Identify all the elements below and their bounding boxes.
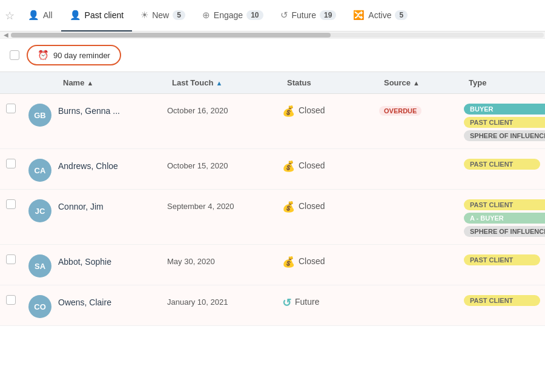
- contact-name[interactable]: Andrews, Chloe: [58, 156, 167, 171]
- status-text: Closed: [299, 256, 325, 266]
- th-last-touch-label: Last Touch: [172, 78, 213, 87]
- source-cell: [379, 252, 464, 257]
- last-touch: October 15, 2020: [167, 156, 282, 170]
- reminder-label: 90 day reminder: [53, 51, 110, 60]
- th-source[interactable]: Source ▲: [379, 78, 464, 87]
- horizontal-scrollbar[interactable]: ◀: [0, 32, 545, 39]
- type-badge: PAST CLIENT: [464, 295, 540, 306]
- type-badge: A - BUYER: [464, 213, 545, 224]
- reminder-button[interactable]: ⏰ 90 day reminder: [27, 45, 121, 65]
- th-status[interactable]: Status: [282, 78, 379, 87]
- row-checkbox[interactable]: [6, 295, 16, 305]
- scrollbar-thumb[interactable]: [11, 33, 331, 38]
- th-name-label: Name: [63, 78, 84, 87]
- avatar: CA: [28, 159, 51, 182]
- avatar-cell: GB: [22, 101, 58, 127]
- contact-name[interactable]: Burns, Genna ...: [58, 101, 167, 116]
- row-checkbox[interactable]: [6, 104, 16, 113]
- status-text: Closed: [299, 201, 325, 211]
- type-badge: SPHERE OF INFLUENCE: [464, 130, 545, 141]
- tab-active-label: Active: [368, 10, 391, 20]
- tab-past-client-label: Past client: [85, 10, 124, 20]
- star-icon[interactable]: ☆: [5, 9, 15, 22]
- table-row: SAAbbot, SophieMay 30, 2020💰ClosedPAST C…: [0, 245, 545, 285]
- row-checkbox[interactable]: [6, 159, 16, 168]
- scroll-left-icon[interactable]: ◀: [1, 32, 11, 38]
- type-badge: PAST CLIENT: [464, 159, 540, 170]
- table-header: Name ▲ Last Touch ▲ Status Source ▲ Type: [0, 71, 545, 94]
- th-type[interactable]: Type: [464, 78, 545, 87]
- source-cell: [379, 293, 464, 297]
- alarm-icon: ⏰: [38, 50, 49, 61]
- type-badge: SPHERE OF INFLUENCE: [464, 226, 545, 237]
- tab-bar: ☆ 👤 All 👤 Past client ☀ New 5 ⊕ Engage 1…: [0, 0, 545, 32]
- status-text: Closed: [299, 160, 325, 170]
- status-icon: ↺: [282, 296, 291, 310]
- status-icon: 💰: [282, 105, 295, 118]
- tab-active[interactable]: 🔀 Active 5: [345, 0, 416, 32]
- row-checkbox-cell: [0, 252, 22, 264]
- last-touch: May 30, 2020: [167, 252, 282, 266]
- status-cell: ↺Future: [282, 293, 379, 310]
- scrollbar-track[interactable]: [11, 33, 544, 38]
- contact-name[interactable]: Abbot, Sophie: [58, 252, 167, 267]
- tab-future-icon: ↺: [280, 10, 288, 21]
- select-all-checkbox[interactable]: [10, 50, 19, 60]
- tab-all-label: All: [43, 10, 53, 20]
- tab-all[interactable]: 👤 All: [19, 0, 61, 32]
- status-icon: 💰: [282, 201, 295, 213]
- contact-name[interactable]: Connor, Jim: [58, 197, 167, 211]
- tab-future[interactable]: ↺ Future 19: [272, 0, 345, 32]
- avatar-cell: CO: [22, 293, 58, 318]
- last-touch: January 10, 2021: [167, 293, 282, 307]
- type-badge: PAST CLIENT: [464, 199, 545, 210]
- status-cell: 💰Closed: [282, 101, 379, 118]
- tab-active-badge: 5: [395, 10, 408, 20]
- avatar: JC: [28, 199, 51, 222]
- th-last-touch[interactable]: Last Touch ▲: [167, 78, 282, 87]
- th-name[interactable]: Name ▲: [58, 78, 167, 87]
- th-source-label: Source: [384, 78, 411, 87]
- table-row: JCConnor, JimSeptember 4, 2020💰ClosedPAS…: [0, 190, 545, 245]
- status-icon: 💰: [282, 256, 295, 268]
- th-type-label: Type: [469, 78, 486, 87]
- tab-future-badge: 19: [320, 10, 336, 20]
- row-checkbox[interactable]: [6, 199, 16, 209]
- table-row: CAAndrews, ChloeOctober 15, 2020💰ClosedP…: [0, 149, 545, 190]
- contact-name[interactable]: Owens, Claire: [58, 293, 167, 307]
- status-cell: 💰Closed: [282, 156, 379, 173]
- row-checkbox-cell: [0, 293, 22, 305]
- sort-name-icon[interactable]: ▲: [87, 79, 93, 87]
- row-checkbox-cell: [0, 197, 22, 209]
- status-text: Closed: [299, 105, 325, 115]
- source-cell: [379, 197, 464, 202]
- status-icon: 💰: [282, 160, 295, 173]
- type-cell: BUYERPAST CLIENTSPHERE OF INFLUENCE: [464, 101, 545, 141]
- row-checkbox[interactable]: [6, 254, 16, 264]
- source-cell: OVERDUE: [379, 101, 464, 116]
- tab-new[interactable]: ☀ New 5: [132, 0, 194, 32]
- type-badge: PAST CLIENT: [464, 254, 540, 265]
- sort-last-touch-icon[interactable]: ▲: [216, 79, 222, 87]
- table-row: GBBurns, Genna ...October 16, 2020💰Close…: [0, 94, 545, 149]
- type-cell: PAST CLIENTA - BUYERSPHERE OF INFLUENCE: [464, 197, 545, 237]
- tab-engage[interactable]: ⊕ Engage 10: [194, 0, 272, 32]
- type-cell: PAST CLIENT: [464, 252, 545, 265]
- tab-past-client[interactable]: 👤 Past client: [61, 0, 133, 32]
- th-status-label: Status: [287, 78, 311, 87]
- avatar: CO: [28, 295, 51, 318]
- row-checkbox-cell: [0, 156, 22, 168]
- avatar: SA: [28, 254, 51, 277]
- tab-past-client-icon: 👤: [70, 10, 81, 21]
- toolbar: ⏰ 90 day reminder: [0, 39, 545, 71]
- tab-all-icon: 👤: [28, 10, 39, 21]
- table-row: COOwens, ClaireJanuary 10, 2021↺FuturePA…: [0, 285, 545, 326]
- tab-engage-badge: 10: [246, 10, 263, 20]
- tab-engage-icon: ⊕: [202, 10, 210, 21]
- tab-new-icon: ☀: [140, 10, 148, 21]
- sort-source-icon[interactable]: ▲: [413, 79, 420, 87]
- last-touch: September 4, 2020: [167, 197, 282, 211]
- tab-new-badge: 5: [173, 10, 185, 20]
- overdue-badge: OVERDUE: [379, 106, 421, 116]
- tab-active-icon: 🔀: [353, 10, 365, 21]
